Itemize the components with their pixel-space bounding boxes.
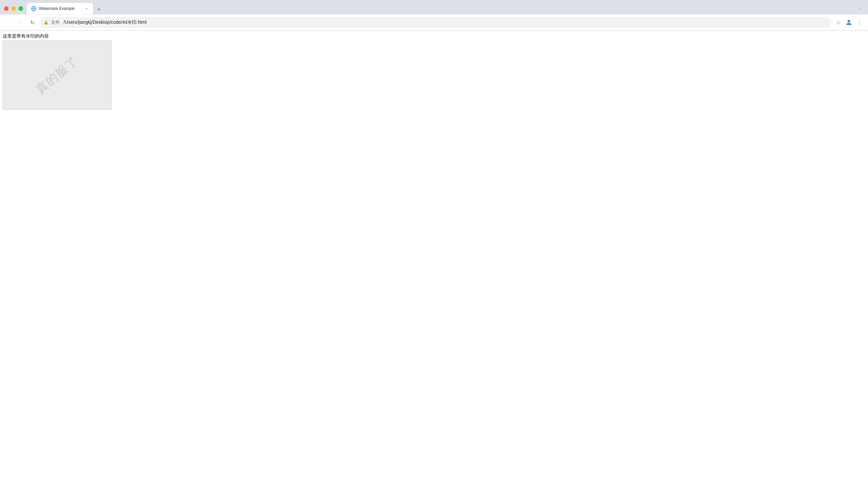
bookmark-icon: ☆ [836, 20, 841, 26]
title-bar: Watermark Example × + ˅ [0, 0, 868, 15]
watermark-container: 真的服了 [3, 41, 111, 110]
active-tab[interactable]: Watermark Example × [27, 3, 93, 14]
watermark-text: 真的服了 [33, 53, 81, 97]
address-text: /Users/jiangkj/Desktop/code/44水印.html [64, 20, 827, 25]
minimize-button[interactable] [11, 6, 16, 11]
page-content: 这里是带有水印的内容 真的服了 [0, 31, 868, 492]
nav-actions: ☆ ⋮ [834, 18, 864, 27]
maximize-button[interactable] [19, 6, 23, 11]
tab-title: Watermark Example [39, 6, 81, 11]
forward-icon: → [18, 20, 23, 25]
lock-icon: 🔒 [44, 20, 48, 25]
reload-button[interactable]: ↻ [28, 18, 37, 27]
page-label: 这里是带有水印的内容 [3, 33, 865, 39]
new-tab-button[interactable]: + [94, 5, 103, 14]
account-button[interactable] [844, 18, 853, 27]
back-button[interactable]: ← [4, 18, 13, 27]
browser-chrome: Watermark Example × + ˅ ← → ↻ 🔒 文件 /User… [0, 0, 868, 31]
tab-close-button[interactable]: × [84, 6, 89, 11]
tabs-area: Watermark Example × + ˅ [27, 3, 864, 14]
tab-favicon-icon [31, 6, 36, 11]
back-icon: ← [6, 20, 11, 25]
window-controls [4, 6, 23, 11]
menu-button[interactable]: ⋮ [855, 18, 864, 27]
chevron-down-icon: ˅ [859, 7, 861, 12]
reload-icon: ↻ [30, 20, 34, 26]
svg-point-3 [847, 20, 850, 22]
nav-bar: ← → ↻ 🔒 文件 /Users/jiangkj/Desktop/code/4… [0, 15, 868, 30]
address-bar[interactable]: 🔒 文件 /Users/jiangkj/Desktop/code/44水印.ht… [40, 17, 831, 28]
account-icon [845, 19, 853, 26]
close-button[interactable] [4, 6, 8, 11]
menu-icon: ⋮ [857, 20, 862, 26]
tab-expand-button[interactable]: ˅ [855, 5, 864, 14]
bookmark-button[interactable]: ☆ [834, 18, 843, 27]
address-prefix: 文件 [51, 20, 60, 25]
forward-button[interactable]: → [16, 18, 25, 27]
